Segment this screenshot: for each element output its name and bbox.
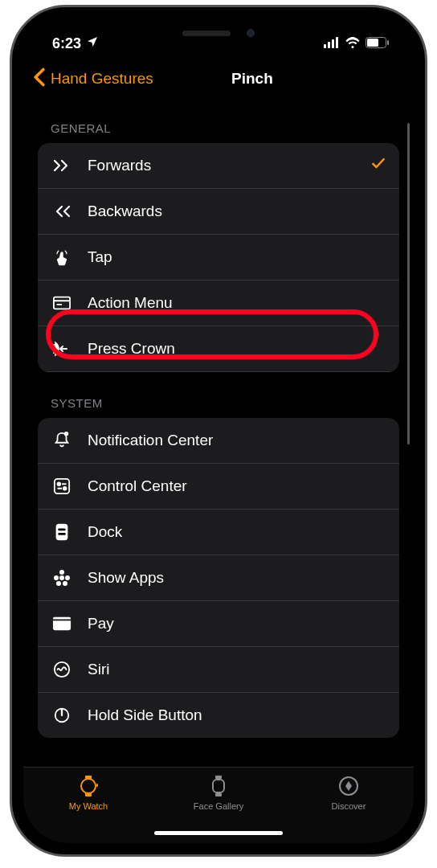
svg-point-14 [63, 487, 67, 490]
wifi-icon [345, 35, 361, 52]
tab-face-gallery-label: Face Gallery [194, 801, 243, 811]
location-icon [86, 35, 99, 52]
svg-rect-7 [54, 297, 70, 309]
action-menu-icon [51, 292, 73, 314]
svg-point-24 [63, 581, 67, 586]
page-title: Pinch [231, 70, 273, 88]
group-general: Forwards Backwards Tap [38, 143, 399, 372]
row-forwards-label: Forwards [88, 157, 370, 174]
svg-rect-34 [96, 784, 98, 787]
mute-switch [10, 160, 12, 192]
svg-rect-2 [332, 39, 334, 48]
svg-rect-0 [324, 44, 326, 48]
backwards-icon [51, 200, 73, 223]
row-control-center-label: Control Center [88, 477, 386, 495]
svg-rect-37 [215, 793, 222, 796]
row-show-apps[interactable]: Show Apps [38, 555, 399, 601]
volume-down-button [10, 289, 12, 345]
row-show-apps-label: Show Apps [88, 569, 386, 587]
svg-rect-17 [58, 528, 65, 530]
row-control-center[interactable]: Control Center [38, 464, 399, 510]
row-hold-side-button[interactable]: Hold Side Button [38, 693, 399, 738]
cellular-icon [324, 35, 340, 52]
row-siri-label: Siri [88, 661, 386, 678]
row-action-menu-label: Action Menu [88, 294, 386, 312]
svg-point-21 [59, 575, 64, 580]
svg-point-10 [64, 432, 69, 436]
notification-center-icon [51, 429, 73, 452]
row-apple-pay[interactable]: Pay [38, 601, 399, 647]
notch [122, 18, 315, 47]
svg-point-20 [54, 575, 59, 580]
svg-rect-11 [55, 479, 69, 493]
row-notification-center[interactable]: Notification Center [38, 418, 399, 464]
discover-tab-icon [337, 774, 360, 798]
row-hold-side-button-label: Hold Side Button [88, 706, 386, 724]
tab-my-watch-label: My Watch [69, 801, 108, 811]
row-press-crown[interactable]: Press Crown [38, 326, 399, 372]
svg-rect-33 [85, 793, 92, 796]
svg-rect-3 [336, 37, 338, 48]
row-backwards-label: Backwards [88, 203, 386, 220]
my-watch-tab-icon [77, 774, 100, 798]
row-dock-label: Dock [88, 523, 386, 541]
svg-rect-16 [56, 524, 68, 540]
section-header-system: SYSTEM [38, 372, 399, 418]
front-camera [247, 29, 255, 37]
row-tap-label: Tap [88, 248, 386, 266]
speaker-grill [182, 31, 231, 36]
phone-frame: 6:23 Hand Gestures [10, 5, 427, 857]
tab-my-watch[interactable]: My Watch [23, 774, 153, 843]
row-siri[interactable]: Siri [38, 647, 399, 693]
face-gallery-tab-icon [208, 774, 229, 798]
status-time: 6:23 [52, 35, 81, 52]
svg-rect-1 [328, 42, 330, 48]
nav-bar: Hand Gestures Pinch [23, 59, 414, 104]
row-press-crown-label: Press Crown [88, 340, 386, 358]
forwards-icon [51, 154, 73, 177]
press-crown-icon [51, 338, 73, 360]
checkmark-icon [370, 155, 386, 176]
svg-marker-39 [345, 781, 352, 791]
hold-side-button-icon [51, 704, 73, 727]
row-dock[interactable]: Dock [38, 510, 399, 555]
svg-rect-36 [215, 776, 222, 779]
svg-point-31 [81, 779, 96, 793]
control-center-icon [51, 475, 73, 497]
svg-rect-6 [387, 40, 389, 45]
back-chevron-icon[interactable] [33, 65, 46, 92]
svg-point-22 [65, 575, 70, 580]
apple-pay-icon [51, 612, 73, 635]
svg-point-12 [58, 482, 61, 485]
home-indicator[interactable] [154, 831, 283, 835]
svg-rect-5 [367, 39, 378, 47]
battery-icon [366, 35, 390, 52]
svg-rect-18 [58, 533, 65, 535]
content-scroll[interactable]: GENERAL Forwards Backwards [23, 104, 414, 767]
section-header-general: GENERAL [38, 104, 399, 143]
row-backwards[interactable]: Backwards [38, 189, 399, 235]
siri-icon [51, 658, 73, 681]
screen: 6:23 Hand Gestures [23, 18, 414, 843]
group-system: Notification Center Control Center Dock [38, 418, 399, 738]
row-notification-center-label: Notification Center [88, 432, 386, 449]
svg-point-23 [56, 581, 61, 586]
row-tap[interactable]: Tap [38, 235, 399, 280]
svg-rect-27 [53, 619, 71, 620]
row-apple-pay-label: Pay [88, 615, 386, 633]
tab-discover-label: Discover [332, 801, 366, 811]
dock-icon [51, 521, 73, 543]
svg-point-19 [59, 570, 64, 575]
svg-rect-35 [213, 780, 224, 792]
row-action-menu[interactable]: Action Menu [38, 280, 399, 326]
tap-icon [51, 246, 73, 268]
scroll-indicator [407, 123, 410, 444]
tab-discover[interactable]: Discover [284, 774, 414, 843]
show-apps-icon [51, 567, 73, 589]
svg-rect-32 [85, 776, 92, 779]
side-button [425, 232, 427, 321]
volume-up-button [10, 216, 12, 272]
row-forwards[interactable]: Forwards [38, 143, 399, 189]
nav-title-wrap: Pinch [60, 70, 404, 88]
